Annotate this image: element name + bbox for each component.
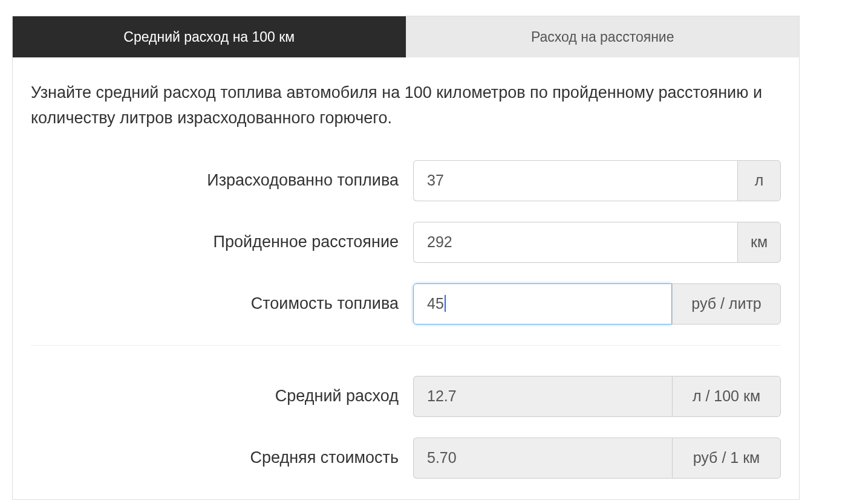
unit-price: руб / литр: [672, 283, 781, 325]
input-group-price: 45 руб / литр: [413, 283, 781, 325]
label-avg-consumption: Средний расход: [31, 387, 413, 405]
row-fuel-used: Израсходованно топлива л: [31, 160, 781, 201]
unit-fuel-used: л: [737, 160, 781, 201]
output-avg-cost: [413, 438, 672, 479]
input-price-value: 45: [427, 295, 444, 312]
label-fuel-used: Израсходованно топлива: [31, 171, 413, 190]
output-group-avg-cost: руб / 1 км: [413, 438, 781, 479]
tabs: Средний расход на 100 км Расход на расст…: [12, 16, 800, 57]
label-price: Стоимость топлива: [31, 294, 413, 313]
description-text: Узнайте средний расход топлива автомобил…: [31, 80, 781, 131]
row-price: Стоимость топлива 45 руб / литр: [31, 283, 781, 325]
output-avg-consumption: [413, 376, 672, 417]
text-caret-icon: [445, 295, 446, 312]
label-avg-cost: Средняя стоимость: [31, 448, 413, 467]
tab-average-per-100km[interactable]: Средний расход на 100 км: [13, 16, 406, 57]
row-avg-cost: Средняя стоимость руб / 1 км: [31, 438, 781, 479]
panel: Узнайте средний расход топлива автомобил…: [12, 57, 800, 500]
input-fuel-used[interactable]: [413, 160, 737, 201]
tab-consumption-per-distance[interactable]: Расход на расстояние: [406, 16, 800, 57]
divider: [31, 345, 781, 346]
tab-label: Средний расход на 100 км: [123, 29, 295, 45]
label-distance: Пройденное расстояние: [31, 233, 413, 251]
input-distance[interactable]: [413, 222, 737, 263]
unit-avg-cost: руб / 1 км: [672, 438, 781, 479]
input-group-distance: км: [413, 222, 781, 263]
input-price[interactable]: 45: [413, 283, 672, 325]
row-avg-consumption: Средний расход л / 100 км: [31, 376, 781, 417]
tab-label: Расход на расстояние: [531, 29, 674, 45]
output-group-avg-consumption: л / 100 км: [413, 376, 781, 417]
unit-avg-consumption: л / 100 км: [672, 376, 781, 417]
input-group-fuel-used: л: [413, 160, 781, 201]
calculator-container: Средний расход на 100 км Расход на расст…: [12, 16, 800, 500]
unit-distance: км: [737, 222, 781, 263]
row-distance: Пройденное расстояние км: [31, 222, 781, 263]
